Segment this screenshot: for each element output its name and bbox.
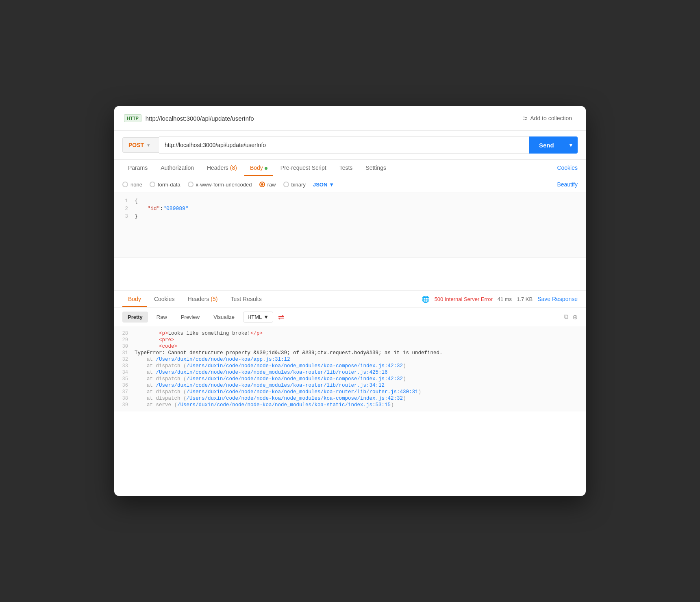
code-editor[interactable]: 1 { 2 "id":"089089" 3 } — [114, 193, 586, 258]
method-select[interactable]: POST ▼ — [122, 137, 159, 153]
format-pretty-button[interactable]: Pretty — [122, 312, 148, 323]
format-preview-button[interactable]: Preview — [176, 312, 205, 323]
radio-raw[interactable]: raw — [259, 182, 276, 188]
send-dropdown-button[interactable]: ▼ — [564, 136, 578, 154]
response-tab-cookies[interactable]: Cookies — [148, 291, 180, 307]
globe-icon: 🌐 — [422, 295, 430, 303]
editor-spacer — [114, 258, 586, 290]
resp-line-30: 30 <code> — [114, 343, 586, 350]
response-time: 41 ms — [498, 296, 512, 302]
response-size: 1.7 KB — [517, 296, 533, 302]
radio-urlencoded[interactable]: x-www-form-urlencoded — [188, 182, 252, 188]
response-section: Body Cookies Headers (5) Test Results 🌐 … — [114, 290, 586, 411]
format-select[interactable]: JSON ▼ — [313, 182, 334, 188]
tab-body[interactable]: Body — [244, 160, 273, 176]
radio-dot-raw — [259, 182, 265, 187]
radio-dot-binary — [283, 182, 289, 187]
response-tabs-bar: Body Cookies Headers (5) Test Results 🌐 … — [114, 291, 586, 307]
html-chevron-icon: ▼ — [263, 314, 269, 320]
html-format-select[interactable]: HTML ▼ — [243, 312, 273, 323]
radio-dot-form-data — [150, 182, 155, 187]
tab-pre-request-script[interactable]: Pre-request Script — [275, 160, 332, 176]
tab-authorization[interactable]: Authorization — [155, 160, 200, 176]
resp-line-34: 34 at /Users/duxin/code/node/node-koa/no… — [114, 369, 586, 376]
resp-line-35: 35 at dispatch (/Users/duxin/code/node/n… — [114, 376, 586, 382]
code-line-3: 3 } — [114, 212, 586, 220]
title-bar: HTTP http://localhost:3000/api/update/us… — [114, 106, 586, 131]
tab-headers[interactable]: Headers (8) — [201, 160, 243, 176]
request-tabs-bar: Params Authorization Headers (8) Body Pr… — [114, 160, 586, 176]
http-badge: HTTP — [124, 114, 141, 122]
resp-line-38: 38 at dispatch (/Users/duxin/code/node/n… — [114, 395, 586, 402]
resp-line-33: 33 at dispatch (/Users/duxin/code/node/n… — [114, 363, 586, 369]
radio-dot-urlencoded — [188, 182, 193, 187]
format-visualize-button[interactable]: Visualize — [208, 312, 240, 323]
status-badge: 500 Internal Server Error — [435, 296, 493, 302]
response-format-bar: Pretty Raw Preview Visualize HTML ▼ ⇌ ⧉ … — [114, 307, 586, 327]
url-input[interactable] — [159, 136, 529, 154]
method-label: POST — [128, 142, 144, 148]
radio-none[interactable]: none — [122, 182, 142, 188]
wrap-button[interactable]: ⇌ — [278, 313, 284, 322]
title-left: HTTP http://localhost:3000/api/update/us… — [124, 114, 254, 122]
response-tab-test-results[interactable]: Test Results — [225, 291, 267, 307]
add-to-collection-button[interactable]: 🗂 Add to collection — [518, 113, 576, 124]
request-bar: POST ▼ Send ▼ — [114, 131, 586, 160]
resp-line-29: 29 <pre> — [114, 337, 586, 343]
radio-dot-none — [122, 182, 128, 187]
search-icon[interactable]: ⊕ — [572, 313, 578, 321]
code-line-2: 2 "id":"089089" — [114, 205, 586, 212]
response-tab-headers[interactable]: Headers (5) — [182, 291, 224, 307]
tab-tests[interactable]: Tests — [334, 160, 359, 176]
format-chevron-icon: ▼ — [329, 182, 334, 188]
main-window: HTTP http://localhost:3000/api/update/us… — [114, 106, 586, 496]
code-line-1: 1 { — [114, 197, 586, 205]
body-options-bar: none form-data x-www-form-urlencoded raw… — [114, 176, 586, 193]
resp-line-31: 31 TypeError: Cannot destructure propert… — [114, 350, 586, 356]
resp-line-32: 32 at /Users/duxin/code/node/node-koa/ap… — [114, 356, 586, 363]
title-url: http://localhost:3000/api/update/userInf… — [146, 115, 254, 122]
resp-line-39: 39 at serve (/Users/duxin/code/node/node… — [114, 402, 586, 408]
tab-settings[interactable]: Settings — [360, 160, 392, 176]
resp-line-37: 37 at dispatch (/Users/duxin/code/node/n… — [114, 389, 586, 395]
save-response-button[interactable]: Save Response — [537, 296, 578, 302]
method-chevron-icon: ▼ — [146, 143, 150, 147]
cookies-link[interactable]: Cookies — [557, 165, 578, 171]
copy-icon[interactable]: ⧉ — [564, 313, 568, 321]
send-btn-group: Send ▼ — [529, 136, 578, 154]
resp-line-28: 28 <p>Looks like something broke!</p> — [114, 330, 586, 337]
response-meta: 🌐 500 Internal Server Error 41 ms 1.7 KB… — [422, 295, 578, 303]
radio-binary[interactable]: binary — [283, 182, 306, 188]
beautify-button[interactable]: Beautify — [557, 181, 578, 188]
send-dropdown-icon: ▼ — [568, 142, 574, 148]
response-tab-body[interactable]: Body — [122, 291, 147, 307]
response-code-viewer: 28 <p>Looks like something broke!</p> 29… — [114, 327, 586, 411]
radio-form-data[interactable]: form-data — [150, 182, 180, 188]
resp-line-36: 36 at /Users/duxin/code/node/node-koa/no… — [114, 382, 586, 389]
tab-params[interactable]: Params — [122, 160, 153, 176]
format-raw-button[interactable]: Raw — [151, 312, 172, 323]
collection-icon: 🗂 — [522, 115, 528, 121]
send-button[interactable]: Send — [529, 136, 564, 154]
